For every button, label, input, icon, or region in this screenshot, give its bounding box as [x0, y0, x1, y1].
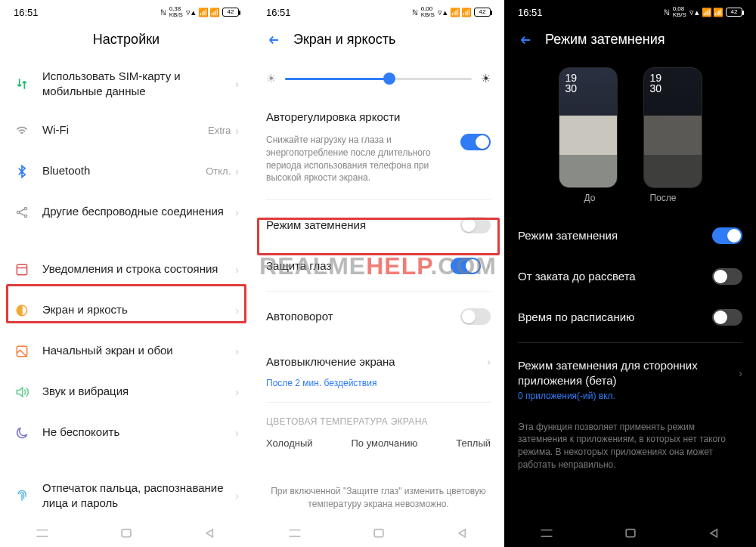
chevron-right-icon: › [235, 78, 239, 90]
row-sim-data[interactable]: Использовать SIM-карту и мобильные данны… [0, 58, 253, 110]
sound-icon [14, 384, 30, 400]
svg-rect-3 [17, 264, 26, 274]
back-arrow-icon[interactable] [518, 32, 533, 48]
sun-low-icon: ☀ [266, 72, 276, 85]
statusbar: 16:51 ℕ 6,00KB/S ▿ ▴ 📶 📶 42 [253, 0, 504, 20]
chevron-right-icon: › [235, 304, 239, 317]
svg-point-0 [17, 211, 19, 213]
preview-labels: До После [504, 193, 756, 215]
row-bluetooth[interactable]: Bluetooth Откл. › [0, 151, 253, 192]
row-autorotate[interactable]: Автоповорот [253, 296, 504, 337]
sun-high-icon: ☀ [481, 72, 491, 85]
footer-note: При включенной "Защите глаз" изменить цв… [253, 485, 504, 517]
chevron-right-icon: › [235, 490, 239, 502]
row-fingerprint[interactable]: Отпечаток пальца, распознавание лица и п… [0, 470, 253, 522]
svg-rect-8 [626, 530, 635, 537]
row-dark-mode-main[interactable]: Режим затемнения [504, 215, 756, 256]
preview-after: 1930 [643, 67, 702, 188]
chevron-right-icon: › [487, 260, 491, 272]
row-sunset[interactable]: От заката до рассвета [504, 256, 756, 297]
row-home-wallpaper[interactable]: Начальный экран и обои › [0, 331, 253, 372]
page-title: Настройки [0, 20, 253, 58]
chevron-right-icon: › [235, 165, 239, 178]
row-wifi[interactable]: Wi-Fi Extra › [0, 110, 253, 151]
row-dnd[interactable]: Не беспокоить › [0, 413, 253, 453]
row-autooff[interactable]: Автовыключение экрана › [253, 337, 504, 378]
preview-before: 1930 [559, 67, 618, 188]
wifi-icon [14, 122, 30, 139]
row-schedule[interactable]: Время по расписанию [504, 297, 756, 338]
back-arrow-icon[interactable] [266, 32, 281, 48]
row-autobrightness-title: Авторегулировка яркости [253, 93, 504, 134]
color-temp-section: ЦВЕТОВАЯ ТЕМПЕРАТУРА ЭКРАНА [253, 407, 504, 433]
autobrightness-toggle[interactable] [460, 134, 491, 150]
autorotate-toggle[interactable] [460, 308, 491, 325]
chevron-right-icon: › [235, 386, 239, 398]
nav-recent-icon[interactable] [287, 527, 302, 539]
status-time: 16:51 [518, 7, 543, 18]
preview-row: 1930 1930 [504, 58, 756, 193]
brightness-slider[interactable]: ☀ ☀ [253, 58, 504, 93]
sunset-toggle[interactable] [712, 268, 742, 285]
header: Экран и яркость [253, 20, 504, 58]
row-other-wireless[interactable]: Другие беспроводные соединения › [0, 192, 253, 233]
settings-screen: 16:51 ℕ 0,38KB/S ▿ ▴ 📶 📶 42 Настройки Ис… [0, 0, 253, 547]
dark-mode-screen: 16:51 ℕ 0,08KB/S ▿ ▴ 📶 📶 42 Режим затемн… [504, 0, 756, 547]
row-thirdparty-dark[interactable]: Режим затемнения для сторонних приложени… [504, 348, 756, 391]
status-right: ℕ 0,38KB/S ▿ ▴ 📶 📶 42 [160, 6, 239, 18]
svg-rect-6 [122, 530, 131, 537]
nav-home-icon[interactable] [119, 527, 134, 539]
display-screen: 16:51 ℕ 6,00KB/S ▿ ▴ 📶 📶 42 Экран и ярко… [253, 0, 504, 547]
bluetooth-icon [14, 163, 30, 180]
navbar [253, 520, 504, 547]
chevron-right-icon: › [235, 345, 239, 357]
statusbar: 16:51 ℕ 0,08KB/S ▿ ▴ 📶 📶 42 [504, 0, 756, 20]
page-title: Режим затемнения [545, 32, 665, 48]
autooff-value: После 2 мин. бездействия [253, 378, 504, 397]
wallpaper-icon [14, 343, 30, 360]
brightness-icon [14, 302, 30, 319]
thirdparty-sub: 0 приложения(-ий) вкл. [504, 391, 756, 410]
nav-back-icon[interactable] [707, 527, 722, 539]
dark-mode-toggle[interactable] [460, 217, 491, 233]
chevron-right-icon: › [235, 264, 239, 276]
battery-icon: 42 [222, 8, 239, 17]
nav-home-icon[interactable] [623, 527, 638, 539]
nav-recent-icon[interactable] [35, 527, 50, 539]
chevron-right-icon: › [487, 356, 491, 368]
svg-point-1 [24, 207, 26, 209]
notification-icon [14, 261, 30, 278]
nav-home-icon[interactable] [371, 527, 386, 539]
row-notifications[interactable]: Уведомления и строка состояния › [0, 249, 253, 290]
chevron-right-icon: › [739, 367, 742, 379]
row-display[interactable]: Экран и яркость › [0, 290, 253, 331]
dark-mode-toggle[interactable] [712, 227, 742, 244]
navbar [0, 520, 253, 547]
row-eye-protect[interactable]: Защита глаз › [253, 246, 504, 286]
row-sound[interactable]: Звук и вибрация › [0, 372, 253, 413]
eye-toggle[interactable] [451, 258, 481, 274]
header: Режим затемнения [504, 20, 756, 58]
sim-icon [14, 76, 30, 92]
schedule-toggle[interactable] [712, 309, 742, 326]
battery-icon: 42 [474, 8, 491, 17]
chevron-right-icon: › [235, 427, 239, 439]
statusbar: 16:51 ℕ 0,38KB/S ▿ ▴ 📶 📶 42 [0, 0, 253, 20]
footer-note: Эта функция позволяет применять режим за… [504, 421, 756, 477]
navbar [504, 520, 756, 547]
nav-back-icon[interactable] [455, 527, 470, 539]
battery-icon: 42 [726, 8, 742, 17]
autobrightness-desc: Снижайте нагрузку на глаза и энергопотре… [266, 134, 453, 184]
fingerprint-icon [14, 487, 30, 504]
nav-back-icon[interactable] [203, 527, 218, 539]
nav-recent-icon[interactable] [539, 527, 554, 539]
svg-rect-7 [374, 530, 383, 537]
row-dark-mode[interactable]: Режим затемнения [253, 205, 504, 246]
share-icon [14, 204, 30, 221]
color-temp-options: Холодный По умолчанию Теплый [253, 433, 504, 455]
status-time: 16:51 [14, 7, 39, 18]
chevron-right-icon: › [235, 206, 239, 218]
page-title: Экран и яркость [293, 32, 395, 48]
chevron-right-icon: › [235, 125, 239, 137]
status-time: 16:51 [266, 7, 291, 18]
